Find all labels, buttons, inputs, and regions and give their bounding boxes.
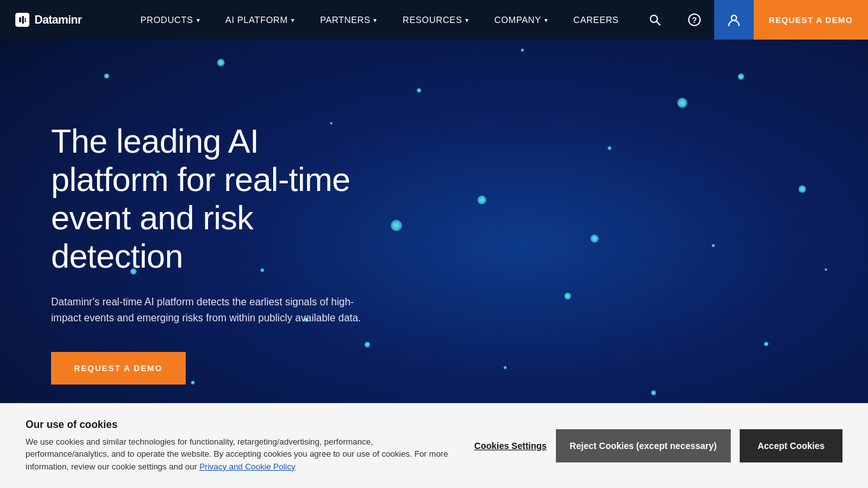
svg-line-5	[656, 22, 660, 26]
request-demo-hero-button[interactable]: REQUEST A DEMO	[51, 352, 186, 385]
accept-cookies-button[interactable]: Accept Cookies	[740, 429, 842, 462]
logo-icon	[15, 13, 29, 27]
chevron-down-icon: ▾	[291, 17, 295, 24]
logo[interactable]: Dataminr	[0, 0, 128, 40]
nav-item-products[interactable]: PRODUCTS ▾	[128, 0, 213, 40]
hero-title: The leading AI platform for real-time ev…	[51, 123, 370, 275]
svg-rect-1	[19, 17, 21, 22]
nav-item-partners[interactable]: PARTNERS ▾	[307, 0, 389, 40]
navbar-right: ? REQUEST A DEMO	[635, 0, 869, 40]
nav-item-ai-platform[interactable]: AI PLATFORM ▾	[213, 0, 307, 40]
nav-item-resources[interactable]: RESOURCES ▾	[390, 0, 482, 40]
cookie-text: Our use of cookies We use cookies and si…	[26, 419, 455, 473]
reject-cookies-button[interactable]: Reject Cookies (except necessary)	[556, 429, 731, 462]
cookie-settings-button[interactable]: Cookies Settings	[474, 441, 547, 451]
svg-text:?: ?	[692, 15, 697, 25]
cookie-body: We use cookies and similar technologies …	[26, 436, 455, 473]
hero-content: The leading AI platform for real-time ev…	[0, 123, 421, 384]
nav-item-company[interactable]: COMPANY ▾	[482, 0, 561, 40]
nav-item-careers[interactable]: CAREERS	[560, 0, 631, 40]
cookie-actions: Cookies Settings Reject Cookies (except …	[474, 429, 842, 462]
privacy-policy-link[interactable]: Privacy and Cookie Policy	[199, 462, 295, 471]
cookie-banner: Our use of cookies We use cookies and si…	[0, 403, 868, 489]
chevron-down-icon: ▾	[373, 17, 377, 24]
chevron-down-icon: ▾	[544, 17, 548, 24]
chevron-down-icon: ▾	[465, 17, 469, 24]
request-demo-nav-button[interactable]: REQUEST A DEMO	[754, 0, 869, 40]
navbar: Dataminr PRODUCTS ▾ AI PLATFORM ▾ PARTNE…	[0, 0, 868, 40]
svg-point-8	[731, 15, 737, 20]
hero-subtitle: Dataminr's real-time AI platform detects…	[51, 294, 370, 326]
help-button[interactable]: ?	[675, 0, 714, 40]
search-button[interactable]	[635, 0, 675, 40]
nav-menu: PRODUCTS ▾ AI PLATFORM ▾ PARTNERS ▾ RESO…	[128, 0, 635, 40]
chevron-down-icon: ▾	[197, 17, 200, 24]
svg-rect-3	[25, 18, 26, 22]
user-button[interactable]	[714, 0, 754, 40]
logo-text: Dataminr	[34, 13, 82, 27]
cookie-title: Our use of cookies	[26, 419, 455, 431]
svg-rect-2	[22, 16, 24, 24]
